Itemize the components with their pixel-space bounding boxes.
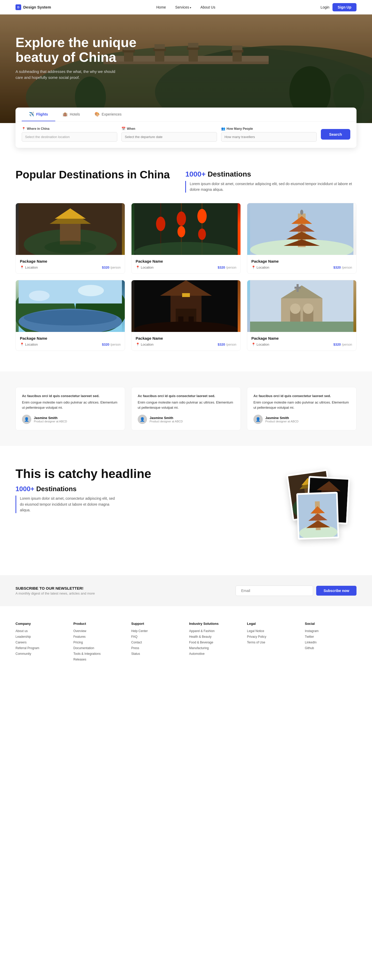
nav-about[interactable]: About Us <box>200 5 215 9</box>
card-location: 📍 Location <box>136 266 153 269</box>
author-name: Jasmine Smith <box>34 416 67 420</box>
when-label: 📅 When <box>121 127 217 130</box>
footer-link[interactable]: Careers <box>16 641 67 644</box>
svg-point-29 <box>177 212 186 226</box>
hero-content: Explore the unique beatuy of China A sub… <box>0 14 372 80</box>
card-name: Package Name <box>251 259 352 263</box>
footer-link[interactable]: About us <box>16 629 67 633</box>
destination-select[interactable]: Select the destination location <box>22 132 117 142</box>
svg-point-26 <box>45 241 96 254</box>
card-body: Package Name 📍 Location $320 /person <box>132 255 240 274</box>
avatar: 👤 <box>138 415 147 424</box>
footer-col-industry: Industry Solutions Apparel & Fashion Hea… <box>189 622 241 663</box>
footer-link[interactable]: Features <box>73 635 125 638</box>
footer-link[interactable]: Overview <box>73 629 125 633</box>
hero-subtitle: A subheading that addresses the what, th… <box>16 69 119 80</box>
svg-point-69 <box>303 304 313 314</box>
footer-link[interactable]: FAQ <box>131 635 183 638</box>
popular-header: Popular Destinations in China 1000+ Dest… <box>16 169 356 192</box>
footer-link[interactable]: Health & Beauty <box>189 635 241 638</box>
subscribe-button[interactable]: Subscribe now <box>316 586 356 596</box>
footer-link[interactable]: Automotive <box>189 652 241 655</box>
testimonial-card: Ac faucibus orci id quis consectetur lao… <box>247 387 356 430</box>
card-image <box>16 280 125 332</box>
footer-link[interactable]: LinkedIn <box>305 641 356 644</box>
footer-link[interactable]: Twitter <box>305 635 356 638</box>
footer-link[interactable]: Help Center <box>131 629 183 633</box>
card-meta: 📍 Location $320 /person <box>251 266 352 269</box>
card-location: 📍 Location <box>136 342 153 347</box>
login-button[interactable]: Login <box>321 5 329 9</box>
footer-link[interactable]: Legal Notice <box>247 629 299 633</box>
footer-link[interactable]: Pricing <box>73 641 125 644</box>
footer-link[interactable]: Documentation <box>73 646 125 650</box>
footer: Company About us Leadership Careers Refe… <box>0 606 372 674</box>
location-icon: 📍 <box>251 342 256 347</box>
testimonial-text: Ac faucibus orci id quis consectetur lao… <box>253 393 350 410</box>
hero-section: Explore the unique beatuy of China A sub… <box>0 14 372 123</box>
footer-link[interactable]: Community <box>16 652 67 655</box>
dest-card: Package Name 📍 Location $320 /person <box>16 280 125 351</box>
footer-link[interactable]: Terms of Use <box>247 641 299 644</box>
footer-col-title: Industry Solutions <box>189 622 241 625</box>
signup-button[interactable]: Sign Up <box>332 3 356 11</box>
footer-link[interactable]: Contact <box>131 641 183 644</box>
svg-rect-70 <box>250 321 353 332</box>
footer-link[interactable]: Privacy Policy <box>247 635 299 638</box>
footer-link[interactable]: Releases <box>73 658 125 661</box>
card-body: Package Name 📍 Location $320 /person <box>247 255 356 274</box>
search-tabs: ✈️ Flights 🏨 Hotels 🎨 Experiences <box>16 108 356 121</box>
footer-col-support: Support Help Center FAQ Contact Press St… <box>131 622 183 663</box>
cta-title: This is catchy headline <box>16 467 264 481</box>
flights-icon: ✈️ <box>29 112 34 116</box>
card-body: Package Name 📍 Location $320 /person <box>247 332 356 350</box>
footer-link[interactable]: Apparel & Fashion <box>189 629 241 633</box>
nav-services[interactable]: Services <box>175 5 191 9</box>
tab-flights-label: Flights <box>36 112 48 116</box>
svg-point-44 <box>300 210 303 215</box>
footer-link[interactable]: Leadership <box>16 635 67 638</box>
card-body: Package Name 📍 Location $320 /person <box>16 332 125 350</box>
testimonial-card: Ac faucibus orci id quis consectetur lao… <box>131 387 241 430</box>
footer-link[interactable]: Instagram <box>305 629 356 633</box>
people-input[interactable] <box>221 132 317 142</box>
footer-link[interactable]: Referral Program <box>16 646 67 650</box>
tab-flights[interactable]: ✈️ Flights <box>22 108 55 121</box>
location-icon: 📍 <box>136 266 140 269</box>
logo[interactable]: D Design System <box>16 5 51 10</box>
card-meta: 📍 Location $320 /person <box>136 266 236 269</box>
search-box: ✈️ Flights 🏨 Hotels 🎨 Experiences 📍 Wher… <box>16 108 356 148</box>
popular-section: Popular Destinations in China 1000+ Dest… <box>0 148 372 371</box>
date-input[interactable] <box>121 132 217 142</box>
card-price: $320 /person <box>102 266 121 269</box>
location-icon: 📍 <box>136 342 140 347</box>
logo-text: Design System <box>23 5 51 9</box>
people-icon: 👥 <box>221 127 225 130</box>
cta-section: This is catchy headline 1000+ Destinatio… <box>0 446 372 575</box>
footer-link[interactable]: Manufacturing <box>189 646 241 650</box>
footer-link[interactable]: Tools & Integrations <box>73 652 125 655</box>
footer-link[interactable]: Github <box>305 646 356 650</box>
search-button[interactable]: Search <box>321 129 350 140</box>
footer-link[interactable]: Status <box>131 652 183 655</box>
tab-experiences[interactable]: 🎨 Experiences <box>87 108 129 121</box>
dest-card: Package Name 📍 Location $320 /person <box>16 203 125 274</box>
card-location: 📍 Location <box>251 342 269 347</box>
footer-link[interactable]: Food & Beverage <box>189 641 241 644</box>
card-meta: 📍 Location $320 /person <box>20 342 121 347</box>
footer-col-title: Product <box>73 622 125 625</box>
dest-card: Package Name 📍 Location $320 /person <box>131 280 241 351</box>
popular-stat: 1000+ Destinations <box>185 170 356 178</box>
cta-photo-3 <box>296 492 339 539</box>
location-icon: 📍 <box>20 266 24 269</box>
tab-hotels[interactable]: 🏨 Hotels <box>55 108 87 121</box>
nav-home[interactable]: Home <box>156 5 166 9</box>
footer-link[interactable]: Press <box>131 646 183 650</box>
svg-point-30 <box>178 226 185 237</box>
footer-col-title: Legal <box>247 622 299 625</box>
people-label: 👥 How Many People <box>221 127 317 130</box>
dest-card: Package Name 📍 Location $320 /person <box>247 203 356 274</box>
dest-card: Package Name 📍 Location $320 /person <box>247 280 356 351</box>
card-name: Package Name <box>136 259 236 263</box>
newsletter-email-input[interactable] <box>235 585 313 596</box>
